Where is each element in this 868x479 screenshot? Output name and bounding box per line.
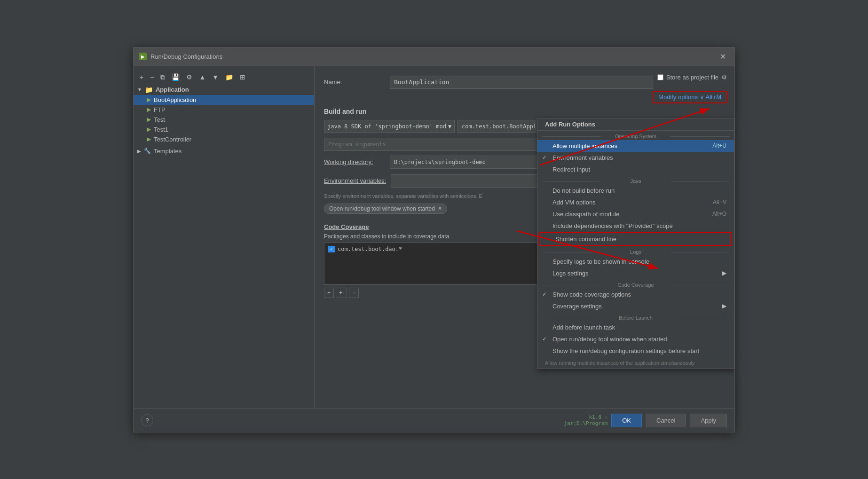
code-snippet-line1: k1.8 › [589, 414, 608, 420]
file-icon-test: ▶ [147, 116, 151, 123]
cancel-button[interactable]: Cancel [646, 414, 686, 427]
store-as-project-checkbox[interactable] [657, 74, 663, 80]
move-up-button[interactable]: ▲ [197, 72, 208, 82]
dialog-title: Run/Debug Configurations [150, 53, 222, 60]
dropdown-item-add-before[interactable]: Add before launch task [537, 322, 734, 333]
sort-button[interactable]: ⊞ [237, 72, 248, 82]
coverage-checkbox[interactable]: ✓ [328, 246, 335, 252]
build-run-title: Build and run [324, 108, 725, 115]
open-debug-chip-label: Open run/debug tool window when started [329, 205, 435, 212]
move-down-button[interactable]: ▼ [210, 72, 221, 82]
code-snippet-area: k1.8 › jar;D:\Program [153, 414, 611, 426]
dropdown-item-coverage-settings[interactable]: Coverage settings ▶ [537, 300, 734, 312]
sidebar-item-test1[interactable]: ▶ Test1 [134, 125, 314, 134]
ok-button[interactable]: OK [611, 414, 642, 427]
wrench-icon-templates: 🔧 [144, 148, 151, 154]
sidebar-item-ftp[interactable]: ▶ FTP [134, 105, 314, 115]
dialog-footer: ? k1.8 › jar;D:\Program OK Cancel Apply [134, 408, 734, 432]
add-config-button[interactable]: + [137, 72, 146, 82]
open-debug-chip[interactable]: Open run/debug tool window when started … [324, 204, 447, 214]
close-button[interactable]: ✕ [717, 51, 729, 62]
dropdown-item-classpath-label: Use classpath of module [552, 211, 619, 218]
section-label-java: Java [537, 175, 734, 185]
dropdown-item-add-vm[interactable]: Add VM options Alt+V [537, 196, 734, 208]
sdk-dropdown-arrow: ▼ [448, 123, 451, 130]
dropdown-item-no-build[interactable]: Do not build before run [537, 185, 734, 196]
section-label-coverage: Code Coverage [537, 279, 734, 289]
store-as-project-label[interactable]: Store as project file [657, 74, 718, 81]
dropdown-item-logs-settings[interactable]: Logs settings ▶ [537, 267, 734, 279]
coverage-item-value: com.test.boot.dao.* [338, 246, 402, 252]
folder-icon-application: 📁 [145, 86, 153, 94]
file-icon-bootapplication: ▶ [147, 96, 151, 103]
name-label: Name: [324, 79, 385, 86]
dropdown-item-shorten-cmd[interactable]: Shorten command line [539, 232, 732, 246]
dropdown-item-include-deps[interactable]: Include dependencies with "Provided" sco… [537, 220, 734, 232]
sidebar-item-label-test1: Test1 [154, 126, 168, 133]
sidebar-item-label-templates: Templates [154, 148, 181, 155]
title-left: ▶ Run/Debug Configurations [139, 53, 222, 60]
expand-arrow-templates: ▶ [137, 149, 141, 154]
coverage-add-button[interactable]: + [324, 288, 334, 298]
footer-buttons: OK Cancel Apply [611, 414, 727, 427]
dropdown-item-allow-multiple-label: Allow multiple instances [552, 142, 617, 149]
sidebar-item-application[interactable]: ▼ 📁 Application [134, 85, 314, 95]
gear-icon[interactable]: ⚙ [721, 74, 727, 81]
shortcut-classpath: Alt+O [712, 211, 726, 217]
dropdown-item-coverage-settings-label: Coverage settings [552, 303, 602, 310]
sidebar-item-test[interactable]: ▶ Test [134, 115, 314, 125]
remove-config-button[interactable]: − [148, 72, 156, 82]
apply-button[interactable]: Apply [690, 414, 727, 427]
folder-button[interactable]: 📁 [223, 72, 236, 82]
dropdown-item-classpath[interactable]: Use classpath of module Alt+O [537, 208, 734, 220]
sidebar-item-testcontroller[interactable]: ▶ TestController [134, 134, 314, 144]
file-icon-test1: ▶ [147, 126, 151, 133]
titlebar: ▶ Run/Debug Configurations ✕ [134, 47, 734, 66]
chip-close-icon[interactable]: ✕ [438, 205, 442, 212]
dropdown-item-show-settings[interactable]: Show the run/debug configuration setting… [537, 345, 734, 357]
dialog-body: + − ⧉ 💾 ⚙ ▲ ▼ 📁 ⊞ ▼ 📁 Application ▶ Boot… [134, 66, 734, 408]
section-label-before-launch: Before Launch [537, 312, 734, 322]
save-config-button[interactable]: 💾 [169, 72, 182, 82]
dropdown-item-env-vars[interactable]: Environment variables [537, 152, 734, 164]
sdk-select[interactable]: java 8 SDK of 'springboot-demo' mod ▼ [324, 120, 455, 133]
sidebar-item-label-test: Test [154, 116, 165, 123]
shortcut-add-vm: Alt+V [713, 199, 726, 205]
sidebar-item-templates[interactable]: ▶ 🔧 Templates [134, 146, 314, 156]
modify-options-button[interactable]: Modify options ∨ Alt+M [653, 91, 727, 103]
dropdown-item-env-vars-label: Environment variables [552, 154, 613, 161]
shortcut-allow-multiple: Alt+U [712, 142, 726, 149]
top-right-actions: Store as project file ⚙ [657, 74, 727, 81]
coverage-add-sub-button[interactable]: +∙ [336, 288, 347, 298]
sidebar-item-label-testcontroller: TestController [154, 136, 191, 143]
coverage-remove-button[interactable]: − [349, 288, 359, 298]
sidebar-toolbar: + − ⧉ 💾 ⚙ ▲ ▼ 📁 ⊞ [134, 70, 314, 85]
dropdown-item-add-before-label: Add before launch task [552, 324, 615, 331]
sidebar: + − ⧉ 💾 ⚙ ▲ ▼ 📁 ⊞ ▼ 📁 Application ▶ Boot… [134, 66, 315, 408]
dropdown-item-redirect-label: Redirect input [552, 166, 590, 173]
dropdown-item-specify-logs[interactable]: Specify logs to be shown in console [537, 256, 734, 267]
name-input[interactable] [390, 76, 653, 89]
dropdown-header: Add Run Options [537, 118, 734, 131]
dropdown-item-add-vm-label: Add VM options [552, 199, 596, 206]
settings-button[interactable]: ⚙ [184, 72, 195, 82]
dropdown-item-specify-logs-label: Specify logs to be shown in console [552, 258, 649, 265]
sidebar-item-label-bootapplication: BootApplication [154, 96, 196, 103]
copy-config-button[interactable]: ⧉ [158, 72, 167, 83]
section-label-os: Operating System [537, 131, 734, 140]
arrow-right-coverage: ▶ [722, 303, 726, 309]
working-dir-label: Working directory: [324, 158, 385, 165]
dropdown-item-allow-multiple[interactable]: Allow multiple instances Alt+U [537, 140, 734, 152]
dropdown-item-redirect[interactable]: Redirect input [537, 164, 734, 175]
file-icon-testcontroller: ▶ [147, 136, 151, 142]
dropdown-item-show-coverage[interactable]: Show code coverage options [537, 289, 734, 300]
dropdown-item-shorten-cmd-label: Shorten command line [555, 236, 616, 243]
dropdown-hint: Allow running multiple instances of the … [537, 357, 734, 369]
sidebar-item-label-application: Application [156, 86, 189, 93]
main-content: Store as project file ⚙ Name: Modify opt… [315, 66, 734, 408]
arrow-right-logs: ▶ [722, 270, 726, 276]
dropdown-item-open-debug[interactable]: Open run/debug tool window when started [537, 333, 734, 345]
sidebar-item-bootapplication[interactable]: ▶ BootApplication [134, 95, 314, 105]
help-button[interactable]: ? [141, 414, 153, 426]
add-run-options-dropdown: Add Run Options Operating System Allow m… [537, 118, 734, 369]
